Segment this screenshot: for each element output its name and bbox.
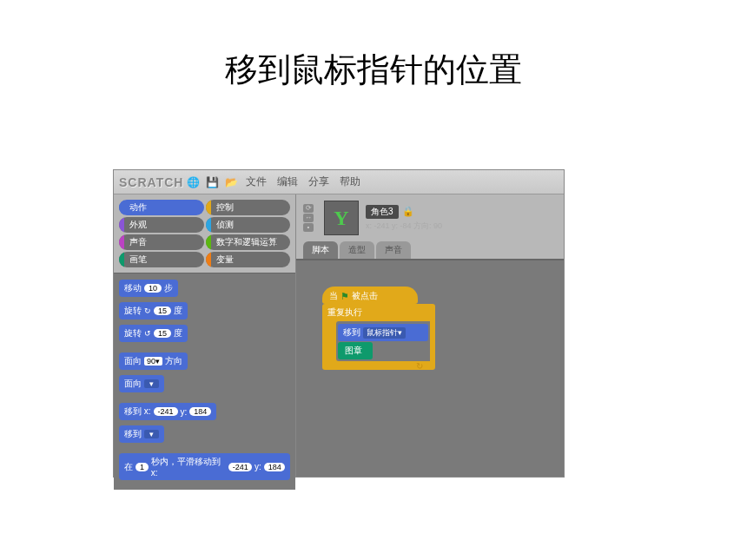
- block-forever[interactable]: 重复执行 移到 鼠标指针▾ 图章 ↻: [322, 304, 435, 370]
- tab-costumes[interactable]: 造型: [340, 241, 374, 259]
- rotate-ccw-icon: ↺: [144, 329, 151, 338]
- goto-target-dropdown[interactable]: 鼠标指针▾: [363, 327, 406, 339]
- titlebar: SCRATCH 🌐 💾 📂 文件 编辑 分享 帮助: [114, 170, 564, 194]
- turn-cw-input[interactable]: 15: [154, 306, 171, 315]
- category-control[interactable]: 控制: [206, 200, 291, 215]
- category-sensing[interactable]: 侦测: [206, 217, 291, 233]
- block-goto[interactable]: 移到 ▾: [119, 425, 164, 443]
- category-looks[interactable]: 外观: [119, 217, 204, 233]
- menu-help[interactable]: 帮助: [340, 175, 360, 189]
- logo: SCRATCH: [119, 175, 183, 189]
- block-point-towards[interactable]: 面向 ▾: [119, 375, 164, 392]
- sprite-thumbnail[interactable]: Y: [324, 201, 359, 235]
- script-area[interactable]: 当 ⚑ 被点击 重复执行 移到 鼠标指针▾ 图章 ↻: [296, 259, 564, 477]
- tab-scripts[interactable]: 脚本: [303, 241, 338, 259]
- category-variables[interactable]: 变量: [206, 252, 291, 267]
- block-turn-cw[interactable]: 旋转 ↻ 15 度: [119, 302, 188, 320]
- block-stamp[interactable]: 图章: [338, 342, 373, 359]
- block-palette: 移动 10 步 旋转 ↻ 15 度 旋转 ↺ 15 度: [114, 273, 295, 490]
- main-area: 动作 控制 外观 侦测 声音 数字和逻辑运算 画笔 变量 移动 10 步 旋转 …: [114, 194, 564, 477]
- loop-arrow-icon: ↻: [416, 361, 423, 371]
- script-stack[interactable]: 当 ⚑ 被点击 重复执行 移到 鼠标指针▾ 图章 ↻: [322, 287, 435, 370]
- tab-sounds[interactable]: 声音: [376, 241, 411, 259]
- right-panel: ⟳ ↔ • Y 角色3 🔒 x: -241 y: -84 方向: 90 脚本 造…: [296, 194, 564, 477]
- block-turn-ccw[interactable]: 旋转 ↺ 15 度: [119, 325, 188, 342]
- hat-when-flag-clicked[interactable]: 当 ⚑ 被点击: [322, 287, 418, 304]
- category-pen[interactable]: 画笔: [119, 252, 204, 267]
- rotation-style-controls[interactable]: ⟳ ↔ •: [303, 204, 314, 232]
- sprite-meta: 角色3 🔒 x: -241 y: -84 方向: 90: [366, 205, 442, 232]
- category-sound[interactable]: 声音: [119, 234, 204, 250]
- language-icon[interactable]: 🌐: [186, 175, 200, 189]
- sprite-info: ⟳ ↔ • Y 角色3 🔒 x: -241 y: -84 方向: 90: [296, 194, 564, 241]
- block-move-steps[interactable]: 移动 10 步: [119, 280, 178, 297]
- goto-dropdown[interactable]: ▾: [144, 430, 159, 438]
- point-towards-dropdown[interactable]: ▾: [144, 379, 159, 388]
- folder-icon[interactable]: 📂: [224, 175, 238, 189]
- category-motion[interactable]: 动作: [119, 200, 204, 215]
- glide-secs-input[interactable]: 1: [136, 463, 149, 471]
- goto-x-input[interactable]: -241: [154, 407, 178, 416]
- point-direction-dropdown[interactable]: 90▾: [144, 357, 162, 366]
- move-steps-input[interactable]: 10: [144, 284, 162, 293]
- turn-ccw-input[interactable]: 15: [154, 329, 171, 338]
- menu-share[interactable]: 分享: [308, 175, 329, 189]
- rotate-full-icon[interactable]: ⟳: [303, 204, 314, 213]
- scratch-window: SCRATCH 🌐 💾 📂 文件 编辑 分享 帮助 动作 控制 外观 侦测 声音…: [113, 169, 565, 478]
- forever-body[interactable]: 移到 鼠标指针▾ 图章: [336, 321, 430, 361]
- category-grid: 动作 控制 外观 侦测 声音 数字和逻辑运算 画笔 变量: [114, 194, 295, 273]
- green-flag-icon: ⚑: [340, 291, 349, 302]
- left-panel: 动作 控制 外观 侦测 声音 数字和逻辑运算 画笔 变量 移动 10 步 旋转 …: [114, 194, 296, 477]
- glide-x-input[interactable]: -241: [228, 463, 252, 471]
- sprite-coordinates: x: -241 y: -84 方向: 90: [366, 221, 442, 232]
- save-icon[interactable]: 💾: [205, 175, 219, 189]
- rotate-cw-icon: ↻: [144, 306, 151, 315]
- menu-file[interactable]: 文件: [246, 175, 267, 189]
- page-title: 移到鼠标指针的位置: [0, 0, 747, 127]
- rotate-leftright-icon[interactable]: ↔: [303, 214, 314, 222]
- sprite-name-field[interactable]: 角色3: [366, 205, 399, 219]
- goto-y-input[interactable]: 184: [189, 407, 211, 416]
- tabs: 脚本 造型 声音: [296, 241, 564, 259]
- rotate-none-icon[interactable]: •: [303, 223, 314, 232]
- block-point-direction[interactable]: 面向 90▾ 方向: [119, 352, 188, 370]
- category-operators[interactable]: 数字和逻辑运算: [206, 234, 291, 250]
- lock-icon[interactable]: 🔒: [402, 206, 414, 217]
- menu-edit[interactable]: 编辑: [277, 175, 298, 189]
- block-goto-mouse[interactable]: 移到 鼠标指针▾: [338, 324, 428, 341]
- block-glide[interactable]: 在 1 秒内，平滑移动到 x: -241 y: 184: [119, 453, 290, 480]
- glide-y-input[interactable]: 184: [264, 463, 285, 471]
- block-goto-xy[interactable]: 移到 x: -241 y: 184: [119, 403, 216, 420]
